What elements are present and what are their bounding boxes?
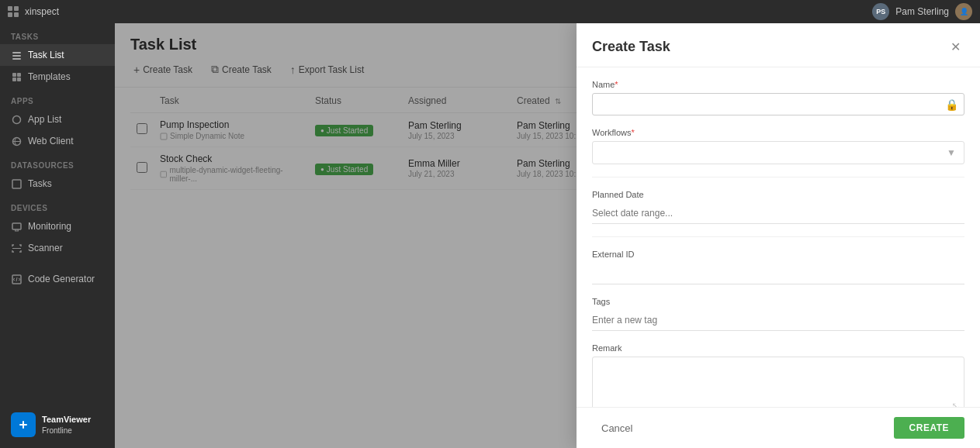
planned-date-group: Planned Date bbox=[592, 190, 964, 224]
external-id-input[interactable] bbox=[592, 263, 964, 284]
monitoring-icon bbox=[11, 221, 22, 232]
task-list-icon bbox=[11, 50, 22, 60]
scanner-icon bbox=[11, 243, 22, 253]
name-field-icon: 🔒 bbox=[945, 98, 958, 111]
dialog-body: Name* 🔒 Workflows* ▼ Planned Date bbox=[577, 67, 980, 407]
svg-rect-5 bbox=[12, 78, 16, 81]
topbar: xinspect PS Pam Sterling 👤 bbox=[0, 0, 980, 23]
close-icon[interactable]: ✕ bbox=[946, 37, 964, 56]
sidebar-section-tasks: TASKS bbox=[0, 23, 115, 44]
remark-textarea[interactable] bbox=[593, 357, 964, 407]
resize-icon: ⤡ bbox=[951, 400, 961, 407]
divider-1 bbox=[592, 177, 964, 177]
tasks-icon bbox=[11, 178, 22, 189]
create-button[interactable]: CREATE bbox=[894, 417, 964, 439]
svg-rect-1 bbox=[12, 55, 21, 57]
sidebar-item-label: Monitoring bbox=[28, 221, 71, 232]
dialog-title: Create Task bbox=[592, 39, 670, 55]
sidebar-item-task-list[interactable]: Task List bbox=[0, 44, 115, 66]
sidebar-item-code-generator[interactable]: Code Generator bbox=[0, 268, 115, 290]
remark-group: Remark ⤡ bbox=[592, 343, 964, 407]
user-avatar[interactable]: PS bbox=[872, 3, 889, 20]
name-label: Name* bbox=[592, 80, 964, 89]
app-list-icon bbox=[11, 114, 22, 125]
sidebar-item-label: Templates bbox=[28, 71, 71, 82]
app-logo bbox=[8, 6, 19, 17]
sidebar-footer: TeamViewer Frontline bbox=[0, 401, 115, 448]
planned-date-label: Planned Date bbox=[592, 190, 964, 199]
username-label: Pam Sterling bbox=[895, 6, 949, 17]
sidebar-item-label: Web Client bbox=[28, 136, 73, 146]
name-input-wrap: 🔒 bbox=[592, 93, 964, 115]
sidebar-item-label: App List bbox=[28, 114, 61, 125]
teamviewer-logo bbox=[11, 412, 36, 437]
svg-rect-4 bbox=[17, 73, 21, 77]
web-client-icon bbox=[11, 136, 22, 146]
workflows-field-group: Workflows* ▼ bbox=[592, 128, 964, 164]
tags-label: Tags bbox=[592, 297, 964, 306]
remark-label: Remark bbox=[592, 343, 964, 353]
sidebar-item-app-list[interactable]: App List bbox=[0, 109, 115, 130]
sidebar-section-datasources: DATASOURCES bbox=[0, 152, 115, 173]
sidebar-section-apps: APPS bbox=[0, 88, 115, 109]
sidebar-item-label: Code Generator bbox=[28, 274, 95, 284]
sidebar-item-label: Tasks bbox=[28, 178, 52, 189]
templates-icon bbox=[11, 71, 22, 82]
sidebar-item-tasks[interactable]: Tasks bbox=[0, 173, 115, 195]
sidebar-item-templates[interactable]: Templates bbox=[0, 66, 115, 88]
svg-rect-2 bbox=[12, 58, 21, 60]
svg-rect-9 bbox=[12, 180, 21, 188]
divider-2 bbox=[592, 236, 964, 237]
planned-date-input[interactable] bbox=[592, 203, 964, 224]
app-name: xinspect bbox=[25, 6, 59, 17]
workflows-arrow-icon: ▼ bbox=[947, 147, 956, 158]
svg-rect-6 bbox=[17, 78, 21, 81]
svg-rect-10 bbox=[12, 223, 21, 229]
sidebar-item-scanner[interactable]: Scanner bbox=[0, 237, 115, 259]
tags-group: Tags bbox=[592, 297, 964, 331]
svg-rect-3 bbox=[12, 73, 16, 77]
teamviewer-text: TeamViewer Frontline bbox=[42, 414, 91, 435]
sidebar-item-label: Task List bbox=[28, 50, 64, 60]
sidebar-item-web-client[interactable]: Web Client bbox=[0, 130, 115, 152]
external-id-label: External ID bbox=[592, 250, 964, 259]
user-icon[interactable]: 👤 bbox=[955, 3, 972, 20]
create-task-dialog: Create Task ✕ Name* 🔒 Workflows* ▼ bbox=[577, 23, 980, 448]
sidebar-item-label: Scanner bbox=[28, 243, 63, 253]
name-field-group: Name* 🔒 bbox=[592, 80, 964, 115]
dialog-footer: Cancel CREATE bbox=[577, 407, 980, 448]
workflows-select[interactable]: ▼ bbox=[592, 141, 964, 164]
name-input[interactable] bbox=[592, 93, 964, 115]
dialog-header: Create Task ✕ bbox=[577, 23, 980, 67]
svg-rect-0 bbox=[12, 52, 21, 53]
workflows-label: Workflows* bbox=[592, 128, 964, 137]
svg-point-7 bbox=[12, 115, 20, 123]
topbar-left: xinspect bbox=[8, 6, 59, 17]
topbar-right: PS Pam Sterling 👤 bbox=[872, 3, 972, 20]
code-generator-icon bbox=[11, 274, 22, 284]
main-content: Task List + Create Task ⧉ Create Task ↑ … bbox=[115, 0, 980, 448]
tags-input[interactable] bbox=[592, 310, 964, 331]
sidebar-item-monitoring[interactable]: Monitoring bbox=[0, 215, 115, 237]
sidebar-section-devices: DEVICES bbox=[0, 195, 115, 215]
sidebar: TASKS Task List Templates APPS App List … bbox=[0, 0, 115, 448]
remark-textarea-wrap: ⤡ bbox=[592, 357, 964, 407]
cancel-button[interactable]: Cancel bbox=[592, 418, 642, 439]
external-id-group: External ID bbox=[592, 250, 964, 284]
